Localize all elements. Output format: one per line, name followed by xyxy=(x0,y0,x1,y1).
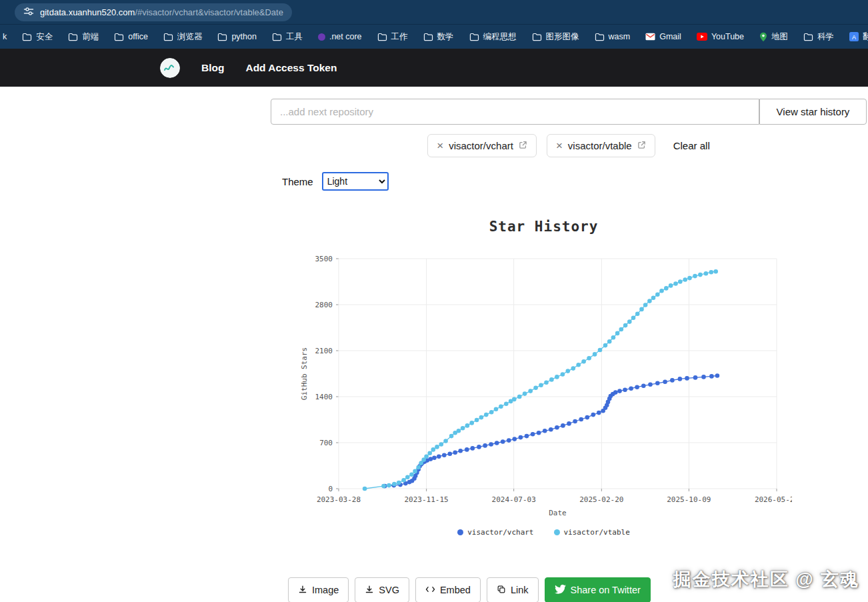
folder-icon xyxy=(423,33,433,41)
url-text: gitdata.xuanhun520.com/#visactor/vchart&… xyxy=(40,7,283,17)
bookmark-item[interactable]: 前端 xyxy=(68,31,99,43)
bookmark-item[interactable]: 工作 xyxy=(377,31,408,43)
bookmark-item[interactable]: python xyxy=(217,32,257,41)
site-settings-icon[interactable] xyxy=(23,7,34,18)
code-icon xyxy=(425,585,435,595)
view-star-history-button[interactable]: View star history xyxy=(759,99,867,125)
browser-top-bar: gitdata.xuanhun520.com/#visactor/vchart&… xyxy=(0,0,868,24)
bookmark-label: YouTube xyxy=(711,32,744,41)
folder-icon xyxy=(469,33,479,41)
download-icon xyxy=(365,585,374,596)
folder-icon xyxy=(68,33,78,41)
svg-text:2100: 2100 xyxy=(315,347,333,355)
folder-icon xyxy=(114,33,124,41)
bookmark-item[interactable]: k xyxy=(3,32,7,41)
download-image-button[interactable]: Image xyxy=(288,577,349,602)
repo-form: View star history xyxy=(271,99,867,125)
remove-chip-icon[interactable]: × xyxy=(437,140,443,151)
svg-text:2026-05-29: 2026-05-29 xyxy=(755,495,792,504)
nav-add-access-token-link[interactable]: Add Access Token xyxy=(245,62,337,74)
copy-icon xyxy=(497,585,506,596)
chart-legend: visactor/vchartvisactor/vtable xyxy=(295,528,792,537)
bookmark-label: 前端 xyxy=(82,31,99,43)
bookmark-item[interactable]: 工具 xyxy=(272,31,303,43)
repo-chip: ×visactor/vtable xyxy=(547,134,655,157)
chip-label: visactor/vchart xyxy=(449,140,513,151)
bookmark-label: python xyxy=(231,32,257,41)
gmail-icon xyxy=(645,33,655,41)
watermark: 掘金技术社区 @ 玄魂 xyxy=(673,567,859,591)
translate-icon: A xyxy=(849,32,859,41)
address-bar[interactable]: gitdata.xuanhun520.com/#visactor/vchart&… xyxy=(15,3,292,21)
youtube-icon xyxy=(697,33,707,41)
svg-text:Date: Date xyxy=(549,509,567,517)
download-icon xyxy=(298,585,307,596)
bookmark-item[interactable]: 科学 xyxy=(803,31,834,43)
action-label: SVG xyxy=(379,585,399,595)
action-label: Embed xyxy=(440,585,471,595)
bookmark-label: .net core xyxy=(329,32,362,41)
bookmark-item[interactable]: 数学 xyxy=(423,31,454,43)
svg-text:2025-02-20: 2025-02-20 xyxy=(579,495,623,504)
theme-select[interactable]: Light xyxy=(322,172,389,191)
theme-row: Theme Light xyxy=(282,172,389,191)
folder-icon xyxy=(217,33,227,41)
dotnet-icon xyxy=(318,33,325,41)
bookmark-label: 翻译 xyxy=(863,31,868,43)
action-label: Share on Twitter xyxy=(571,585,641,595)
svg-text:1400: 1400 xyxy=(315,393,333,401)
bookmark-item[interactable]: wasm xyxy=(595,32,631,41)
folder-icon xyxy=(163,33,173,41)
nav-blog-link[interactable]: Blog xyxy=(201,62,224,74)
bookmark-label: 工作 xyxy=(391,31,408,43)
share-twitter-button[interactable]: Share on Twitter xyxy=(545,577,651,602)
remove-chip-icon[interactable]: × xyxy=(556,140,563,151)
bookmark-label: 工具 xyxy=(286,31,303,43)
legend-item: visactor/vchart xyxy=(457,528,533,537)
bookmark-item[interactable]: 安全 xyxy=(22,31,53,43)
bookmarks-bar: k安全前端office浏览器python工具.net core工作数学编程思想图… xyxy=(0,24,868,49)
folder-icon xyxy=(595,33,605,41)
bookmark-label: office xyxy=(128,32,148,41)
star-history-chart: 070014002100280035002023-03-282023-11-15… xyxy=(295,240,792,519)
external-link-icon[interactable] xyxy=(519,140,527,151)
svg-text:2800: 2800 xyxy=(315,301,333,309)
bookmark-item[interactable]: Gmail xyxy=(645,32,681,41)
clear-all-button[interactable]: Clear all xyxy=(673,140,710,151)
bookmark-label: wasm xyxy=(609,32,631,41)
bookmark-label: 安全 xyxy=(36,31,53,43)
svg-text:GitHub Stars: GitHub Stars xyxy=(300,347,309,400)
bookmark-item[interactable]: 编程思想 xyxy=(469,31,517,43)
copy-link-button[interactable]: Link xyxy=(487,577,539,602)
embed-button[interactable]: Embed xyxy=(415,577,481,602)
folder-icon xyxy=(803,33,813,41)
bookmark-item[interactable]: office xyxy=(114,32,148,41)
url-host: gitdata.xuanhun520.com xyxy=(40,7,135,17)
bookmark-item[interactable]: YouTube xyxy=(697,32,744,41)
folder-icon xyxy=(377,33,387,41)
bookmark-item[interactable]: 地图 xyxy=(759,31,788,43)
legend-label: visactor/vtable xyxy=(564,528,630,537)
bookmark-label: 浏览器 xyxy=(177,31,203,43)
legend-dot-icon xyxy=(554,529,560,535)
bookmark-item[interactable]: 图形图像 xyxy=(532,31,579,43)
external-link-icon[interactable] xyxy=(637,140,646,151)
svg-text:0: 0 xyxy=(328,485,333,493)
legend-item: visactor/vtable xyxy=(554,528,630,537)
bookmark-item[interactable]: A翻译 xyxy=(849,31,868,43)
bookmark-label: 科学 xyxy=(817,31,834,43)
repo-search-input[interactable] xyxy=(271,99,759,125)
action-label: Link xyxy=(511,585,529,595)
chart-block: Star History 070014002100280035002023-03… xyxy=(295,219,792,537)
chart-title: Star History xyxy=(295,219,792,235)
bookmark-item[interactable]: 浏览器 xyxy=(163,31,203,43)
download-svg-button[interactable]: SVG xyxy=(355,577,409,602)
bookmark-label: k xyxy=(3,32,7,41)
svg-text:3500: 3500 xyxy=(315,255,333,263)
site-logo-icon[interactable] xyxy=(160,58,180,78)
bookmark-label: 数学 xyxy=(437,31,454,43)
svg-text:A: A xyxy=(852,34,856,41)
bookmark-label: 图形图像 xyxy=(546,31,579,43)
bookmark-item[interactable]: .net core xyxy=(318,32,362,41)
svg-text:2023-11-15: 2023-11-15 xyxy=(405,495,449,504)
